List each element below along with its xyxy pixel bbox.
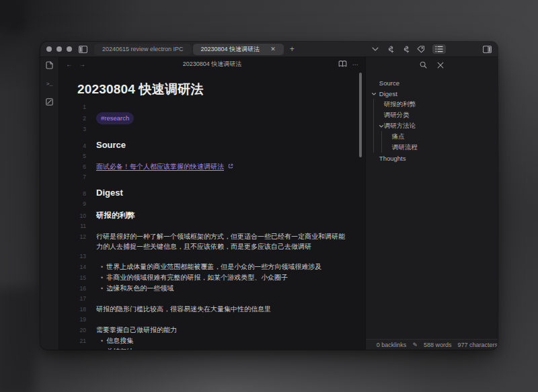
toggle-left-sidebar-icon[interactable] [79,46,87,53]
chevron-down-icon[interactable] [371,91,377,97]
editor-line[interactable]: 16•边缘和灰色的一些领域 [59,283,365,294]
line-number: 15 [59,273,86,283]
outline-item-label: 痛点 [392,132,405,141]
outline-item[interactable]: 研报的利弊 [366,99,498,110]
line-number: 6 [59,162,86,172]
editor-line[interactable]: 2#research [59,112,365,124]
line-content: •非商业的领域很难有完整的研报，如某个游戏类型、小众圈子 [96,272,365,283]
line-number: 17 [59,294,86,304]
minimize-window-button[interactable] [56,46,62,52]
status-bar: 0 backlinks ✎ 588 words 977 characters [366,339,498,350]
editor-line[interactable]: 9 [59,199,365,209]
editor-line[interactable]: 18研报的隐形门槛比较高，很容易迷失在大量集中性的信息里 [59,304,365,315]
outline-item[interactable]: 调研分类 [366,110,498,120]
canvas-icon[interactable] [46,97,53,106]
outline-item-label: 研报的利弊 [384,100,416,109]
line-number: 7 [59,172,86,182]
inline-title[interactable]: 20230804 快速调研法 [77,81,349,98]
editor-lines: 12#research34Source56面试必备！每个人都应该掌握的快速调研法… [59,102,365,350]
background-dark-patch [0,288,35,392]
list-view-icon[interactable] [432,44,446,54]
tab-strip: 20240615 review electron IPC20230804 快速调… [94,44,284,55]
word-count: 588 words [424,342,452,348]
line-content: 研报的隐形门槛比较高，很容易迷失在大量集中性的信息里 [96,304,365,314]
editor-line[interactable]: 21•信息搜集 [59,336,365,346]
editor-line[interactable]: 3 [59,124,365,134]
line-number: 18 [59,305,86,315]
outline-tree: Source Digest研报的利弊调研分类 调研方法论痛点调研流程Though… [366,73,498,339]
editor-line[interactable]: 14•世界上成体量的商业范围都能被覆盖，但是小众的一些方向领域很难涉及 [59,262,365,272]
editor-line[interactable]: 10研报的利弊 [59,209,365,221]
editor-line[interactable]: 4Source [59,134,365,151]
zoom-window-button[interactable] [67,46,72,52]
editor-line[interactable]: 7 [59,172,365,182]
outline-item-label: 调研方法论 [384,122,416,130]
outline-item[interactable]: 调研方法论 [366,120,498,131]
backlinks-count[interactable]: 0 backlinks [377,342,407,348]
line-number: 11 [59,221,86,231]
editor-line[interactable]: 6面试必备！每个人都应该掌握的快速调研法 [59,161,365,172]
tag-pill[interactable]: #research [96,112,134,124]
editor-line[interactable]: 15•非商业的领域很难有完整的研报，如某个游戏类型、小众圈子 [59,272,365,283]
outline-item[interactable]: Source [366,77,498,88]
tags-icon[interactable] [417,46,425,53]
bullet-icon: • [101,264,103,270]
outline-item[interactable]: Thoughts [366,153,498,163]
line-content: Digest [96,188,365,198]
new-tab-button[interactable]: + [290,45,295,53]
outline-item-label: Digest [379,90,397,97]
window-main: >_ ← → 20230804 快速调研法 ⋯ 20230804 快速调研法 1… [40,57,498,350]
outline-item[interactable]: 调研流程 [366,142,498,153]
line-content: Source [96,140,365,150]
background-dark-patch [0,0,26,31]
editor-pane: ← → 20230804 快速调研法 ⋯ 20230804 快速调研法 12#r… [59,57,365,350]
chevron-down-icon[interactable] [372,47,379,51]
chevron-down-icon[interactable] [379,124,384,129]
tab[interactable]: 20240615 review electron IPC [94,44,192,55]
close-window-button[interactable] [46,46,52,52]
external-link[interactable]: 面试必备！每个人都应该掌握的快速调研法 [96,163,224,170]
search-icon[interactable] [420,59,427,71]
editor-line[interactable]: 22•总结归纳 [59,346,365,350]
close-tab-icon[interactable]: ✕ [270,46,276,52]
editor-line[interactable]: 12行研是很好的一种了解一个领域框架的方式，但更适合一些已经有一定商业和调研能力… [59,231,365,251]
line-content: 行研是很好的一种了解一个领域框架的方式，但更适合一些已经有一定商业和调研能力的人… [96,231,365,251]
editor-line[interactable]: 8Digest [59,182,365,199]
reading-mode-icon[interactable] [338,61,347,69]
editor-line[interactable]: 13 [59,251,365,262]
add-embed-icon[interactable] [401,45,410,53]
line-content: 面试必备！每个人都应该掌握的快速调研法 [96,161,365,171]
line-number: 2 [59,114,86,124]
line-content: 研报的利弊 [96,210,365,221]
editor-line[interactable]: 20需要掌握自己做研报的能力 [59,325,365,336]
editor-line[interactable]: 11 [59,221,365,231]
note-title-header: 20230804 快速调研法 [59,60,365,69]
line-number: 21 [59,336,86,346]
forward-icon[interactable]: → [79,61,85,68]
edit-mode-icon[interactable]: ✎ [412,342,418,348]
outline-item[interactable]: 痛点 [366,131,498,142]
right-sidebar: Source Digest研报的利弊调研分类 调研方法论痛点调研流程Though… [365,57,498,350]
editor-header: ← → 20230804 快速调研法 ⋯ [59,57,365,71]
editor-line[interactable]: 19 [59,315,365,325]
line-number: 20 [59,325,86,336]
add-link-icon[interactable] [386,45,394,53]
collapse-all-icon[interactable] [437,59,444,71]
terminal-icon[interactable]: >_ [46,79,53,88]
line-number: 12 [59,232,86,242]
quick-switcher-icon[interactable] [46,61,53,70]
editor-scrollbar[interactable] [359,73,362,157]
bullet-icon: • [101,274,103,281]
outline-item-label: Source [379,79,399,87]
outline-item[interactable]: Digest [366,88,498,99]
editor-line[interactable]: 5 [59,151,365,161]
line-number: 14 [59,262,86,272]
editor-body[interactable]: 20230804 快速调研法 12#research34Source56面试必备… [59,71,365,350]
editor-line[interactable]: 17 [59,294,365,304]
line-number: 13 [59,251,86,262]
more-options-icon[interactable]: ⋯ [352,61,358,68]
tab[interactable]: 20230804 快速调研法✕ [193,44,284,55]
editor-line[interactable]: 1 [59,102,365,112]
back-icon[interactable]: ← [66,61,73,68]
toggle-right-sidebar-icon[interactable] [483,46,492,53]
